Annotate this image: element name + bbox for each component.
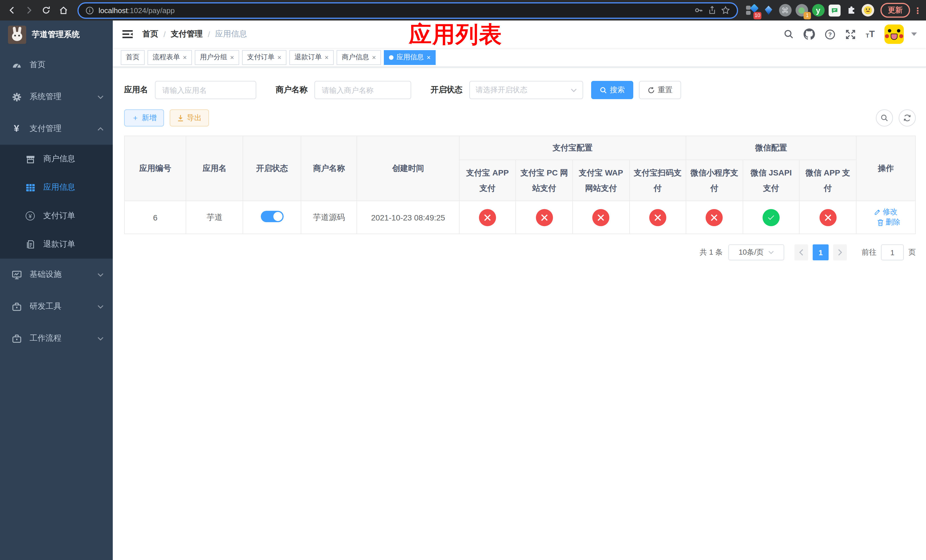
refresh-icon [648,86,655,94]
dashboard-icon [11,60,22,70]
shop-icon [25,154,35,164]
address-bar[interactable]: localhost:1024/pay/app [77,2,738,18]
browser-update-button[interactable]: 更新 [881,3,910,18]
extension-recorder-icon[interactable]: 1 [794,3,809,17]
site-info-icon[interactable] [85,6,94,15]
tab-app-info-active[interactable]: 应用信息× [384,50,436,65]
edit-link[interactable]: 修改 [874,207,897,217]
sidebar-logo[interactable]: 芋道管理系统 [0,21,113,49]
prev-page-button[interactable] [794,244,808,260]
app-table: 应用编号 应用名 开启状态 商户名称 创建时间 支付宝配置 微信配置 操作 支付… [124,136,916,234]
close-icon[interactable]: × [230,53,234,61]
col-wechat-app: 微信 APP 支付 [800,160,856,201]
app-name-input[interactable] [155,81,256,99]
sidebar-item-payment-orders[interactable]: ¥ 支付订单 [0,202,113,230]
close-icon[interactable]: × [277,53,281,61]
tab-home[interactable]: 首页 [121,50,145,65]
page-unit-label: 页 [908,247,916,257]
extension-kite-icon[interactable] [761,3,776,17]
page-annotation-title: 应用列表 [409,21,502,47]
toggle-search-button[interactable] [876,109,893,127]
extension-command-icon[interactable]: ⌘ [778,3,792,17]
github-icon[interactable] [803,29,815,40]
tab-process-form[interactable]: 流程表单× [147,50,192,65]
tab-refund-orders[interactable]: 退款订单× [289,50,334,65]
password-key-icon[interactable] [694,6,703,15]
hamburger-icon[interactable] [122,29,133,39]
bookmark-star-icon[interactable] [721,6,730,15]
sidebar-item-payment[interactable]: ¥ 支付管理 [0,113,113,145]
extension-y-icon[interactable]: y [811,3,825,17]
tab-merchant-info[interactable]: 商户信息× [337,50,381,65]
delete-link[interactable]: 删除 [877,217,900,228]
sidebar-item-system[interactable]: 系统管理 [0,81,113,113]
search-icon [881,114,888,122]
browser-back-button[interactable] [5,3,20,18]
sidebar-item-dev-tools[interactable]: 研发工具 [0,291,113,322]
font-size-icon[interactable]: TT [865,30,875,39]
table-grid-icon [25,183,35,192]
close-icon[interactable]: × [372,53,376,61]
col-created: 创建时间 [357,136,459,201]
header-search-icon[interactable] [784,29,794,39]
browser-menu-icon[interactable]: ⋮ [914,9,921,12]
col-app-id: 应用编号 [124,136,186,201]
breadcrumb-payment[interactable]: 支付管理 [171,29,203,39]
pagination: 共 1 条 10条/页 1 前往 页 [124,244,916,260]
user-avatar[interactable] [884,24,904,44]
search-button[interactable]: 搜索 [591,81,633,99]
avatar-dropdown-caret[interactable] [911,32,917,36]
col-alipay-wap: 支付宝 WAP 网站支付 [573,160,629,201]
chevron-left-icon [799,249,803,256]
breadcrumb-home[interactable]: 首页 [142,29,158,39]
close-icon[interactable]: × [325,53,328,61]
sidebar-item-workflow[interactable]: 工作流程 [0,322,113,354]
chevron-right-icon [838,249,842,256]
breadcrumb: 首页 / 支付管理 / 应用信息 [142,29,247,39]
extension-tango-icon[interactable]: 10 [745,3,759,17]
next-page-button[interactable] [833,244,847,260]
extensions-puzzle-icon[interactable] [844,3,858,17]
extension-chat-icon[interactable] [828,3,842,17]
browser-home-button[interactable] [56,3,71,18]
sidebar-item-merchant-info[interactable]: 商户信息 [0,145,113,173]
col-alipay-pc: 支付宝 PC 网站支付 [516,160,573,201]
close-icon[interactable]: × [427,53,431,61]
sidebar-item-app-info[interactable]: 应用信息 [0,173,113,202]
tab-payment-orders[interactable]: 支付订单× [242,50,286,65]
active-dot [389,55,393,59]
reset-button[interactable]: 重置 [639,81,681,99]
sidebar-item-infrastructure[interactable]: 基础设施 [0,259,113,291]
add-button[interactable]: ＋ 新增 [124,109,164,127]
tab-user-group[interactable]: 用户分组× [195,50,239,65]
url-text: localhost:1024/pay/app [98,6,690,15]
search-form: 应用名 商户名称 开启状态 请选择开启状态 搜索 重置 [124,81,916,99]
profile-avatar-icon[interactable] [861,3,875,17]
goto-page-input[interactable] [881,244,904,260]
status-toggle-on[interactable] [260,211,283,222]
merchant-name-input[interactable] [314,81,411,99]
page-number-active[interactable]: 1 [813,244,829,260]
browser-forward-button[interactable] [22,3,36,18]
help-icon[interactable]: ? [825,29,835,39]
tags-view-bar: 首页 流程表单× 用户分组× 支付订单× 退款订单× 商户信息× 应用信息× [113,48,926,67]
chevron-down-icon [97,336,104,341]
share-icon[interactable] [708,6,716,15]
alipay-pc-closed-icon [536,209,553,226]
cell-status [243,201,301,234]
close-icon[interactable]: × [183,53,187,61]
fullscreen-icon[interactable] [845,29,856,39]
page-size-select[interactable]: 10条/页 [728,244,784,260]
refresh-table-button[interactable] [899,109,916,127]
status-select[interactable]: 请选择开启状态 [469,81,583,99]
sidebar-item-home[interactable]: 首页 [0,49,113,81]
col-app-name: 应用名 [186,136,243,201]
wechat-app-closed-icon [819,209,836,226]
export-button[interactable]: 导出 [170,109,209,127]
wechat-jsapi-open-icon [763,209,780,226]
back-icon [8,6,17,15]
browser-reload-button[interactable] [39,3,53,18]
plus-icon: ＋ [132,113,139,123]
chevron-down-icon [768,251,774,254]
sidebar-item-refund-orders[interactable]: 退款订单 [0,230,113,259]
